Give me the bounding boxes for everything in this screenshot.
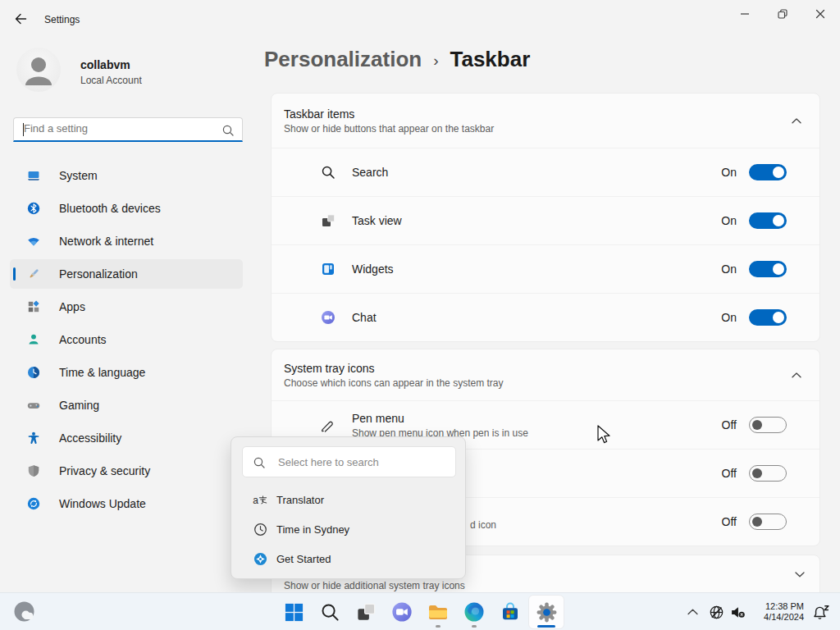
- setting-row-chat: Chat On: [272, 293, 819, 341]
- volume-muted-icon: [730, 605, 746, 620]
- sidebar-item-label: Time & language: [59, 366, 145, 379]
- chat-toggle[interactable]: [749, 309, 787, 326]
- apps-icon: [27, 300, 40, 313]
- text-caret: [23, 123, 24, 136]
- close-button[interactable]: [801, 0, 839, 27]
- chevron-up-icon: [687, 609, 698, 615]
- row-label: Search: [352, 166, 721, 179]
- covered-row-toggle[interactable]: [749, 465, 787, 482]
- covered-row-toggle[interactable]: [749, 514, 787, 530]
- taskbar-buttons: [276, 595, 564, 629]
- account-type: Local Account: [80, 75, 142, 86]
- pen-menu-toggle[interactable]: [749, 417, 787, 433]
- restore-button[interactable]: [764, 0, 801, 27]
- clock-button[interactable]: 12:38 PM 4/14/2024: [753, 601, 804, 623]
- sidebar-item-privacy-security[interactable]: Privacy & security: [10, 456, 243, 486]
- card-title: Taskbar items: [284, 107, 792, 121]
- sidebar-item-windows-update[interactable]: Windows Update: [10, 489, 243, 518]
- widgets-icon: [321, 262, 336, 276]
- suggestion-translator[interactable]: a Translator: [231, 485, 465, 514]
- avatar: [16, 48, 61, 92]
- settings-button[interactable]: [528, 595, 564, 629]
- mouse-cursor: [596, 425, 611, 446]
- chat-button[interactable]: [384, 595, 420, 629]
- tray-date: 4/14/2024: [764, 612, 804, 623]
- settings-search-box: [13, 117, 243, 142]
- sidebar-item-label: Accessibility: [59, 431, 121, 445]
- sidebar-item-time-language[interactable]: Time & language: [10, 358, 243, 387]
- widgets-toggle[interactable]: [749, 261, 787, 277]
- translator-icon: a: [253, 492, 267, 507]
- titlebar: Settings: [0, 0, 840, 28]
- setting-row-widgets: Widgets On: [272, 244, 819, 293]
- sidebar-nav: System Bluetooth & devices Network & int…: [10, 161, 243, 522]
- taskbar-search-button[interactable]: [312, 595, 348, 629]
- minimize-icon: [738, 7, 751, 21]
- breadcrumb-parent[interactable]: Personalization: [264, 47, 422, 72]
- sidebar-item-accessibility[interactable]: Accessibility: [10, 423, 243, 453]
- toggle-state-label: Off: [722, 418, 737, 431]
- breadcrumb: Personalization › Taskbar: [264, 47, 530, 72]
- store-button[interactable]: [492, 595, 528, 629]
- start-button[interactable]: [276, 595, 312, 629]
- toggle-state-label: On: [721, 214, 737, 227]
- accounts-icon: [27, 333, 40, 346]
- task-view-icon: [321, 213, 336, 228]
- card-subtitle: Show or hide buttons that appear on the …: [284, 123, 792, 135]
- toggle-state-label: On: [721, 166, 737, 179]
- minimize-button[interactable]: [726, 0, 764, 27]
- notifications-button[interactable]: [809, 598, 833, 626]
- weather-widget-button[interactable]: [13, 600, 36, 623]
- sidebar-item-system[interactable]: System: [10, 161, 243, 190]
- taskbar-items-header[interactable]: Taskbar items Show or hide buttons that …: [272, 94, 819, 148]
- card-subtitle: Show or hide additional system tray icon…: [284, 580, 465, 591]
- sidebar-item-label: Accounts: [59, 333, 107, 346]
- search-icon: [321, 165, 336, 180]
- bluetooth-icon: [27, 202, 40, 215]
- setting-row-task-view: Task view On: [272, 196, 819, 244]
- search-toggle[interactable]: [749, 164, 787, 180]
- sidebar-item-label: Privacy & security: [59, 464, 150, 477]
- running-indicator: [436, 625, 441, 628]
- suggestion-get-started[interactable]: Get Started: [231, 544, 465, 573]
- suggestion-label: Time in Sydney: [276, 523, 349, 536]
- row-label: Widgets: [352, 262, 721, 276]
- system-tray: 12:38 PM 4/14/2024: [682, 593, 840, 630]
- sidebar-item-label: System: [59, 169, 98, 182]
- restore-icon: [776, 7, 789, 21]
- back-button[interactable]: [11, 11, 30, 27]
- flyout-search-box: [242, 446, 456, 477]
- clock-globe-icon: [27, 366, 40, 379]
- os-taskbar: 12:38 PM 4/14/2024: [0, 592, 840, 630]
- sidebar-item-label: Bluetooth & devices: [59, 202, 161, 215]
- network-status-button[interactable]: [705, 598, 727, 626]
- sidebar-item-apps[interactable]: Apps: [10, 292, 243, 322]
- volume-button[interactable]: [727, 598, 748, 626]
- task-view-button[interactable]: [348, 595, 384, 629]
- update-icon: [27, 497, 40, 510]
- suggestion-time-in-sydney[interactable]: Time in Sydney: [231, 514, 465, 544]
- flyout-suggestions: a Translator Time in Sydney Get Started: [231, 485, 465, 573]
- active-indicator: [537, 625, 555, 628]
- tray-overflow-button[interactable]: [682, 598, 703, 626]
- task-view-toggle[interactable]: [749, 212, 787, 229]
- suggestion-label: Get Started: [276, 553, 331, 565]
- card-title: System tray icons: [284, 362, 792, 375]
- person-icon: [16, 48, 61, 92]
- task-view-icon: [356, 602, 377, 623]
- chat-icon: [321, 310, 336, 325]
- toggle-state-label: On: [721, 311, 737, 324]
- sidebar-item-gaming[interactable]: Gaming: [10, 390, 243, 420]
- sidebar-item-network-internet[interactable]: Network & internet: [10, 226, 243, 256]
- flyout-search-input[interactable]: [243, 447, 455, 477]
- hanzi-icon: [258, 495, 267, 504]
- sidebar-item-accounts[interactable]: Accounts: [10, 325, 243, 354]
- suggestion-label: Translator: [276, 494, 324, 506]
- sidebar-item-personalization[interactable]: Personalization: [10, 259, 243, 289]
- sidebar-item-bluetooth-devices[interactable]: Bluetooth & devices: [10, 194, 243, 223]
- edge-button[interactable]: [456, 595, 492, 629]
- settings-search-input[interactable]: [14, 118, 242, 140]
- row-label: Pen menu: [352, 412, 722, 425]
- file-explorer-button[interactable]: [420, 595, 456, 629]
- system-tray-header[interactable]: System tray icons Choose which icons can…: [272, 349, 819, 400]
